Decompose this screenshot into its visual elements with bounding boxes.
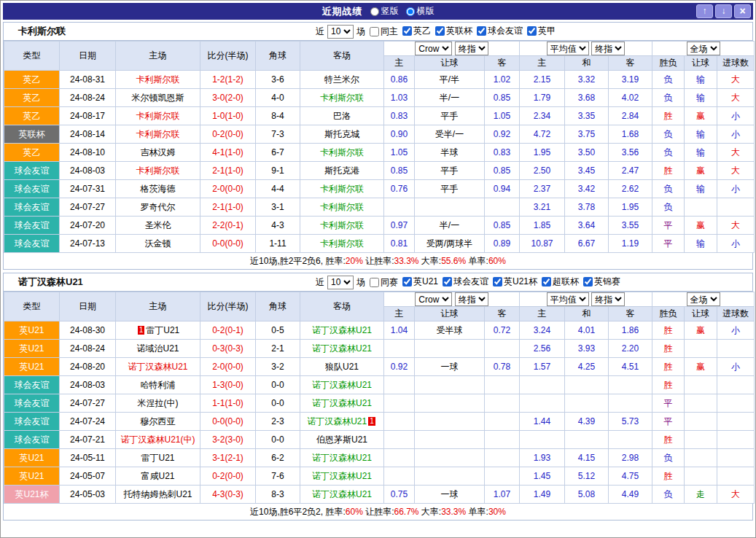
bookmaker-select[interactable]: Crow <box>415 42 452 55</box>
result-cell: 平 <box>652 235 685 253</box>
team-name: 卡利斯尔联 <box>320 147 364 157</box>
team-name: 托特纳姆热刺U21 <box>123 489 192 499</box>
same-competition-filter[interactable]: 同赛 <box>370 276 398 289</box>
handicap-home-odds-cell: 0.92 <box>384 358 415 376</box>
same-venue-label: 同主 <box>381 26 398 38</box>
league-filter[interactable]: 英甲 <box>527 25 556 37</box>
league-filter[interactable]: 超联杯 <box>542 276 579 288</box>
league-filter[interactable]: 英U21杯 <box>493 276 537 288</box>
league-filter-checkbox[interactable] <box>542 277 551 286</box>
team-name: 哈特利浦 <box>141 380 176 390</box>
handicap-away-odds-cell: 0.94 <box>485 180 520 198</box>
league-filter[interactable]: 球会友谊 <box>477 25 523 37</box>
home-team-cell: 格茨海德 <box>116 180 200 198</box>
team-name: 雷丁U21 <box>141 453 174 463</box>
league-filter-checkbox[interactable] <box>493 277 502 286</box>
avg-draw-odds-cell <box>565 394 609 413</box>
bookmaker-select[interactable]: Crow <box>415 292 452 306</box>
handicap-result-cell: 走 <box>685 486 717 504</box>
fulltime-select[interactable]: 全场 <box>687 42 720 55</box>
average-select[interactable]: 平均值 <box>547 292 589 306</box>
home-team-cell: 卡利斯尔联 <box>116 71 200 89</box>
col-goals: 进球数 <box>717 307 755 321</box>
horizontal-radio[interactable] <box>406 7 415 16</box>
avg-home-odds-cell: 1.93 <box>520 449 565 467</box>
odds-stage-select-2[interactable]: 终指 <box>591 42 625 55</box>
handicap-away-odds-cell: 0.83 <box>485 144 520 162</box>
score-cell: 1-2(1-2) <box>200 71 256 89</box>
league-filter[interactable]: 英乙 <box>402 25 431 37</box>
team-name: 卡利斯尔联 <box>136 165 180 176</box>
red-card-badge: 1 <box>368 417 375 426</box>
col-avg-home: 主 <box>520 307 565 321</box>
team-name: 诺丁汉森林U21 <box>312 471 372 481</box>
league-type-cell: 英U21 <box>4 340 60 358</box>
corner-cell: 6-2 <box>256 449 300 467</box>
match-count-select[interactable]: 10 <box>327 25 354 39</box>
odds-stage-select[interactable]: 终指 <box>455 292 488 306</box>
league-filter[interactable]: 英联杯 <box>435 25 472 37</box>
same-competition-label: 同赛 <box>381 276 398 289</box>
league-filter-checkbox[interactable] <box>443 277 452 286</box>
close-button[interactable]: × <box>734 4 751 18</box>
away-team-cell: 特兰米尔 <box>300 71 384 89</box>
league-filter[interactable]: 球会友谊 <box>443 276 488 288</box>
summary-stat-value: 30% <box>488 507 506 517</box>
same-venue-checkbox[interactable] <box>370 27 379 36</box>
corner-cell: 9-1 <box>256 162 300 180</box>
col-handicap-result: 让球 <box>685 56 717 71</box>
col-type: 类型 <box>4 42 60 71</box>
avg-home-odds-cell: 3.24 <box>520 321 565 340</box>
date-cell: 24-05-07 <box>60 467 116 486</box>
result-cell: 平 <box>652 394 685 413</box>
league-filter[interactable]: 英U21 <box>402 276 438 288</box>
summary-stat-value: 20% <box>346 256 363 266</box>
away-team-cell: 斯托克港 <box>300 162 384 180</box>
avg-away-odds-cell: 1.68 <box>609 125 652 144</box>
score-cell: 0-2(0-0) <box>200 467 256 486</box>
handicap-line-cell <box>415 394 485 413</box>
league-filter-checkbox[interactable] <box>477 26 486 36</box>
league-filter-checkbox[interactable] <box>402 277 412 286</box>
league-filter-checkbox[interactable] <box>527 26 537 36</box>
average-select[interactable]: 平均值 <box>547 42 589 55</box>
avg-draw-odds-cell <box>565 376 609 394</box>
move-up-button[interactable]: ↑ <box>696 4 713 18</box>
avg-away-odds-cell: 2.47 <box>609 162 652 180</box>
avg-home-odds-cell: 2.50 <box>520 162 565 180</box>
odds-stage-select[interactable]: 终指 <box>455 42 488 55</box>
handicap-line-cell: 一球 <box>415 358 485 376</box>
handicap-result-cell <box>685 431 717 449</box>
handicap-result-cell <box>685 340 717 358</box>
corner-cell: 3-6 <box>256 71 300 89</box>
league-type-cell: 球会友谊 <box>4 394 60 413</box>
league-filter[interactable]: 英锦赛 <box>583 276 620 288</box>
match-count-select[interactable]: 10 <box>327 276 354 289</box>
league-filter-checkbox[interactable] <box>583 277 593 286</box>
col-handicap-away: 客 <box>485 307 520 321</box>
vertical-radio[interactable] <box>370 7 379 16</box>
result-cell: 胜 <box>652 467 685 486</box>
league-filter-checkbox[interactable] <box>402 26 412 36</box>
league-filter-checkbox[interactable] <box>435 26 445 36</box>
odds-stage-select-2[interactable]: 终指 <box>591 292 625 306</box>
same-competition-checkbox[interactable] <box>370 278 379 287</box>
handicap-line-cell <box>415 413 485 431</box>
fulltime-select[interactable]: 全场 <box>687 292 720 306</box>
team-name: 沃金顿 <box>145 238 171 249</box>
layout-vertical-option[interactable]: 竖版 <box>370 5 399 17</box>
col-avg-draw: 和 <box>565 56 609 71</box>
avg-draw-odds-cell: 4.15 <box>565 449 609 467</box>
col-date: 日期 <box>60 292 116 321</box>
same-venue-filter[interactable]: 同主 <box>370 26 398 38</box>
score-cell: 2-0(0-0) <box>200 180 256 198</box>
move-down-button[interactable]: ↓ <box>715 4 732 18</box>
summary-row: 近10场,胜2平2负6, 胜率:20% 让胜率:33.3% 大率:55.6% 单… <box>4 253 752 269</box>
match-row: 英U2124-08-20诺丁汉森林U212-0(0-0)3-2狼队U210.92… <box>4 358 755 376</box>
summary-text: 近10场,胜2平2负6, 胜率: <box>250 256 346 266</box>
summary-text: 近10场,胜6平2负2, 胜率: <box>250 507 346 517</box>
avg-home-odds-cell: 2.34 <box>520 107 565 125</box>
avg-home-odds-cell: 2.15 <box>520 71 565 89</box>
layout-horizontal-option[interactable]: 横版 <box>406 5 434 17</box>
avg-draw-odds-cell: 3.42 <box>565 180 609 198</box>
